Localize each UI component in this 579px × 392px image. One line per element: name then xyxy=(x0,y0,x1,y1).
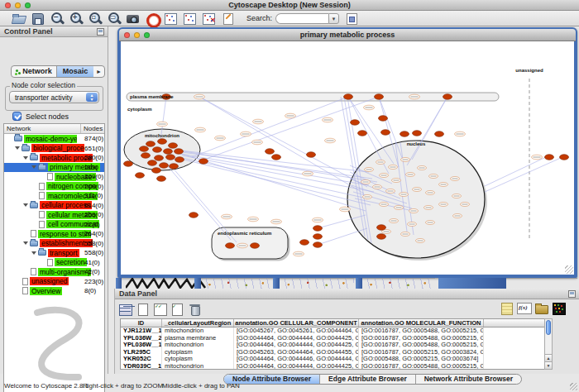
network-node[interactable] xyxy=(344,94,353,100)
network-node[interactable] xyxy=(155,155,164,161)
unselect-attributes-icon[interactable]: ✓ xyxy=(170,304,184,316)
zoom-view-icon[interactable] xyxy=(144,32,150,38)
table-scrollbar[interactable]: ▲ ▼ xyxy=(544,318,553,370)
network-node[interactable] xyxy=(272,155,281,160)
save-icon[interactable] xyxy=(31,12,45,25)
table-row[interactable]: YPL036W__2plasma membrane[GO:0044464, GO… xyxy=(121,335,546,342)
zoom-in-icon[interactable]: + xyxy=(69,12,84,25)
tree-row[interactable]: cell communicat22(0) xyxy=(4,220,104,230)
network-node[interactable] xyxy=(300,240,309,246)
network-node[interactable] xyxy=(251,243,260,249)
network-node[interactable] xyxy=(313,242,323,248)
snapshot-icon[interactable] xyxy=(126,12,141,25)
tree-row[interactable]: unassigned223(0) xyxy=(4,277,104,287)
attribute-matrix-icon[interactable] xyxy=(552,302,566,314)
network-node[interactable] xyxy=(266,149,275,155)
minimize-view-icon[interactable] xyxy=(134,32,140,38)
float-panel-icon[interactable] xyxy=(97,28,104,36)
zoom-selected-icon[interactable]: ▫ xyxy=(88,12,103,25)
background-window-sliver[interactable] xyxy=(280,278,354,289)
show-overview-icon[interactable] xyxy=(164,12,179,25)
tree-row[interactable]: cellular metabo209(0) xyxy=(4,210,104,220)
close-window-icon[interactable] xyxy=(5,2,11,8)
tree-column-network[interactable]: Network xyxy=(4,124,81,133)
network-node[interactable] xyxy=(152,168,161,174)
background-window-edge[interactable] xyxy=(194,278,201,289)
table-row[interactable]: YLR295Ccytoplasm[GO:0045263, GO:0044464,… xyxy=(121,349,546,356)
float-data-panel-icon[interactable] xyxy=(568,290,576,298)
network-node[interactable] xyxy=(153,147,162,153)
create-network-view-icon[interactable] xyxy=(183,12,198,25)
table-column-header[interactable]: annotation.GO CELLULAR_COMPONENT xyxy=(234,319,359,327)
open-file-icon[interactable] xyxy=(12,12,26,25)
network-node[interactable] xyxy=(140,146,149,152)
network-node[interactable] xyxy=(377,225,386,231)
network-graph[interactable]: plasma membranecytoplasmmitochondrionnuc… xyxy=(121,41,574,275)
table-row[interactable]: YPL036W__1mitochondrion[GO:0044464, GO:0… xyxy=(121,342,546,349)
scroll-down-icon[interactable]: ▼ xyxy=(545,361,552,369)
network-node[interactable] xyxy=(199,159,208,165)
select-nodes-checkbox[interactable] xyxy=(12,112,22,121)
tree-row[interactable]: response to stimul264(0) xyxy=(4,229,104,239)
expand-arrow-icon[interactable] xyxy=(23,241,28,245)
tree-row[interactable]: secretion41(0) xyxy=(4,258,104,268)
network-node[interactable] xyxy=(358,131,367,136)
network-node[interactable] xyxy=(160,163,169,169)
tab-network[interactable]: Network xyxy=(12,66,57,77)
network-node[interactable] xyxy=(124,161,133,167)
table-row[interactable]: YJR121W__1mitochondrion[GO:0045267, GO:0… xyxy=(121,327,546,335)
background-window-sliver[interactable] xyxy=(362,278,435,289)
tree-row[interactable]: macromolecule311(0) xyxy=(4,191,104,201)
network-node[interactable] xyxy=(175,149,184,155)
network-node[interactable] xyxy=(351,120,360,126)
tree-row[interactable]: Overview8(0) xyxy=(4,286,104,296)
network-node[interactable] xyxy=(157,176,166,182)
window-titlebar[interactable]: Cytoscape Desktop (New Session) xyxy=(0,0,579,11)
table-column-header[interactable]: _cellularLayoutRegion xyxy=(162,319,234,327)
tree-row[interactable]: primary metabo209( xyxy=(4,163,104,173)
network-node[interactable] xyxy=(313,234,323,240)
network-edge[interactable] xyxy=(485,157,562,192)
background-window-sliver[interactable] xyxy=(506,278,577,289)
expand-arrow-icon[interactable] xyxy=(23,156,28,160)
network-edge[interactable] xyxy=(485,156,548,186)
network-node[interactable] xyxy=(148,160,157,166)
network-node[interactable] xyxy=(400,131,409,137)
delete-attribute-icon[interactable] xyxy=(188,304,202,316)
annotation-icon[interactable] xyxy=(221,12,236,25)
network-node[interactable] xyxy=(313,226,323,232)
select-all-icon[interactable] xyxy=(118,304,132,316)
tree-row[interactable]: nucleobase-209(0) xyxy=(4,172,104,182)
minimize-window-icon[interactable] xyxy=(15,2,21,8)
network-node[interactable] xyxy=(443,94,452,100)
destroy-network-view-icon[interactable]: ✕ xyxy=(202,12,217,25)
table-column-header[interactable]: annotation.GO MOLECULAR_FUNCTION xyxy=(359,319,484,327)
network-node[interactable] xyxy=(189,213,199,218)
expand-arrow-icon[interactable] xyxy=(31,251,36,255)
search-dropdown-icon[interactable]: ▼ xyxy=(328,13,339,24)
network-node[interactable] xyxy=(164,149,173,155)
tree-row[interactable]: transport558(0) xyxy=(4,248,104,258)
network-node[interactable] xyxy=(141,153,151,159)
tree-row[interactable]: metabolic process280(0) xyxy=(4,153,104,163)
tree-row[interactable]: biological_process651(0) xyxy=(4,144,104,154)
network-node[interactable] xyxy=(226,243,235,249)
window-resize-grip[interactable] xyxy=(570,383,577,390)
background-window-edge[interactable] xyxy=(356,278,362,289)
tab-mosaic[interactable]: Mosaic xyxy=(57,66,93,77)
tree-row[interactable]: multi-organism pro42(0) xyxy=(4,267,104,277)
background-window-edge[interactable] xyxy=(116,278,122,289)
network-edge[interactable] xyxy=(179,157,367,198)
scroll-up-icon[interactable]: ▲ xyxy=(545,354,552,361)
select-attributes-icon[interactable]: ✓✓ xyxy=(153,304,167,316)
network-node[interactable] xyxy=(379,116,388,122)
network-edge[interactable] xyxy=(167,165,231,240)
network-node[interactable] xyxy=(307,152,316,158)
expand-arrow-icon[interactable] xyxy=(23,203,28,207)
attribute-notes-icon[interactable] xyxy=(500,302,514,314)
table-column-header[interactable] xyxy=(484,319,546,327)
table-scrollbar-thumb[interactable] xyxy=(546,320,551,335)
network-node[interactable] xyxy=(375,94,384,100)
network-view-titlebar[interactable]: primary metabolic process xyxy=(119,29,576,41)
tree-row[interactable]: establishment of lo558(0) xyxy=(4,239,104,249)
